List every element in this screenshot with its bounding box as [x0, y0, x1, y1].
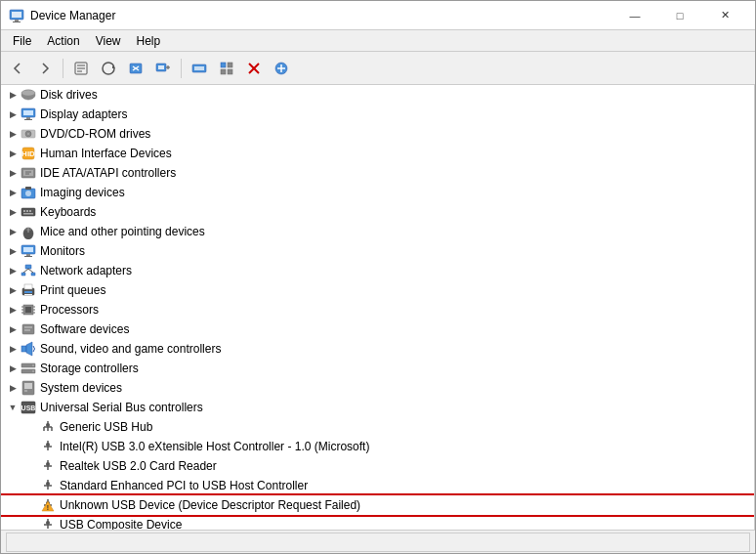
tree-item-software[interactable]: ▶ Software devices	[1, 320, 754, 339]
tree-item-print[interactable]: ▶ Print queues	[1, 280, 754, 300]
expand-display[interactable]: ▶	[5, 107, 21, 122]
svg-rect-58	[21, 273, 25, 276]
tree-item-dvd[interactable]: ▶ DVD/CD-ROM drives	[1, 124, 754, 144]
expand-keyboards[interactable]: ▶	[5, 204, 21, 220]
svg-rect-77	[21, 346, 26, 352]
dvd-label: DVD/CD-ROM drives	[40, 127, 150, 141]
title-controls: — □ ✕	[612, 1, 747, 30]
expand-ide[interactable]: ▶	[5, 165, 21, 181]
svg-rect-59	[31, 273, 35, 276]
tree-item-display[interactable]: ▶ Display adapters	[1, 105, 754, 124]
expand-software[interactable]: ▶	[5, 321, 21, 337]
svg-rect-32	[24, 119, 32, 120]
tree-item-processors[interactable]: ▶ Processors	[1, 300, 754, 320]
menu-file[interactable]: File	[5, 32, 39, 50]
toolbar-show-hidden[interactable]	[187, 56, 212, 81]
expand-system[interactable]: ▶	[5, 380, 21, 396]
expand-usb[interactable]: ▼	[5, 400, 21, 415]
svg-rect-55	[26, 254, 30, 256]
expand-hid[interactable]: ▶	[5, 146, 21, 161]
status-panel	[6, 533, 750, 552]
tree-item-monitors[interactable]: ▶ Monitors	[1, 241, 754, 261]
expand-monitors[interactable]: ▶	[5, 243, 21, 259]
svg-rect-18	[221, 63, 226, 67]
tree-item-keyboards[interactable]: ▶ Keyboards	[1, 202, 754, 222]
keyboards-icon	[21, 204, 36, 220]
maximize-button[interactable]: □	[657, 1, 702, 30]
expand-realtek	[24, 458, 40, 474]
tree-item-sound[interactable]: ▶ Sound, video and game controllers	[1, 339, 754, 359]
minimize-button[interactable]: —	[612, 1, 657, 30]
generic-hub-icon	[40, 419, 56, 435]
toolbar-uninstall[interactable]	[123, 56, 148, 81]
svg-rect-21	[228, 69, 232, 74]
software-icon	[21, 321, 36, 337]
svg-rect-31	[26, 117, 30, 119]
sound-icon	[21, 341, 36, 357]
svg-rect-20	[221, 69, 226, 74]
toolbar-update[interactable]	[96, 56, 121, 81]
tree-item-realtek[interactable]: Realtek USB 2.0 Card Reader	[1, 456, 754, 476]
tree-item-system[interactable]: ▶ System devices	[1, 378, 754, 398]
toolbar-scan[interactable]	[150, 56, 176, 81]
close-button[interactable]: ✕	[702, 1, 747, 30]
ide-label: IDE ATA/ATAPI controllers	[40, 166, 176, 180]
intel-usb-label: Intel(R) USB 3.0 eXtensible Host Control…	[60, 440, 369, 453]
tree-item-intel-usb[interactable]: Intel(R) USB 3.0 eXtensible Host Control…	[1, 437, 754, 456]
tree-item-disk-drives[interactable]: ▶ Disk drives	[1, 85, 754, 105]
svg-rect-44	[25, 187, 31, 190]
intel-usb-icon	[40, 439, 56, 454]
svg-rect-47	[26, 210, 28, 212]
device-manager-window: Device Manager — □ ✕ File Action View He…	[0, 0, 756, 554]
svg-rect-67	[25, 307, 31, 313]
svg-rect-56	[24, 256, 32, 257]
expand-print[interactable]: ▶	[5, 282, 21, 298]
menu-bar: File Action View Help	[1, 30, 755, 52]
toolbar-back[interactable]	[5, 56, 30, 81]
tree-item-standard-pci[interactable]: Standard Enhanced PCI to USB Host Contro…	[1, 476, 754, 495]
window-title: Device Manager	[30, 9, 115, 22]
ide-icon	[21, 165, 36, 181]
tree-item-usb-composite[interactable]: USB Composite Device	[1, 515, 754, 530]
toolbar-remove[interactable]	[241, 56, 267, 81]
toolbar-properties[interactable]	[68, 56, 94, 81]
svg-rect-2	[15, 20, 19, 21]
svg-rect-1	[12, 12, 21, 18]
expand-sound[interactable]: ▶	[5, 341, 21, 357]
expand-disk-drives[interactable]: ▶	[5, 87, 21, 103]
expand-mice[interactable]: ▶	[5, 224, 21, 239]
svg-rect-65	[24, 294, 32, 295]
tree-item-unknown-usb[interactable]: ! Unknown USB Device (Device Descriptor …	[1, 495, 754, 515]
menu-action[interactable]: Action	[39, 32, 87, 50]
expand-unknown-usb	[24, 497, 40, 513]
tree-item-hid[interactable]: ▶ HID Human Interface Devices	[1, 144, 754, 163]
toolbar	[1, 52, 755, 85]
expand-storage[interactable]: ▶	[5, 361, 21, 376]
expand-usb-composite	[24, 517, 40, 530]
tree-item-ide[interactable]: ▶ IDE ATA/ATAPI controllers	[1, 163, 754, 183]
tree-item-generic-hub[interactable]: Generic USB Hub	[1, 417, 754, 437]
tree-item-usb-controllers[interactable]: ▼ USB Universal Serial Bus controllers	[1, 398, 754, 417]
expand-processors[interactable]: ▶	[5, 302, 21, 318]
expand-imaging[interactable]: ▶	[5, 185, 21, 200]
svg-point-28	[21, 90, 35, 96]
keyboards-label: Keyboards	[40, 205, 96, 219]
svg-rect-13	[158, 65, 164, 69]
tree-item-network[interactable]: ▶ Network adapters	[1, 261, 754, 280]
toolbar-resources[interactable]	[214, 56, 239, 81]
expand-network[interactable]: ▶	[5, 263, 21, 278]
tree-item-imaging[interactable]: ▶ Imaging devices	[1, 183, 754, 202]
expand-generic-hub	[24, 419, 40, 435]
tree-item-mice[interactable]: ▶ Mice and other pointing devices	[1, 222, 754, 241]
toolbar-forward[interactable]	[32, 56, 58, 81]
tree-item-storage[interactable]: ▶ Storage controllers	[1, 359, 754, 378]
device-tree[interactable]: ▶ Disk drives ▶ Display adapters ▶	[1, 85, 755, 530]
expand-intel-usb	[24, 439, 40, 454]
svg-point-82	[32, 370, 34, 372]
toolbar-add[interactable]	[269, 56, 294, 81]
system-icon	[21, 380, 36, 396]
expand-dvd[interactable]: ▶	[5, 126, 21, 142]
svg-rect-45	[21, 208, 35, 216]
menu-help[interactable]: Help	[129, 32, 169, 50]
menu-view[interactable]: View	[88, 32, 129, 50]
